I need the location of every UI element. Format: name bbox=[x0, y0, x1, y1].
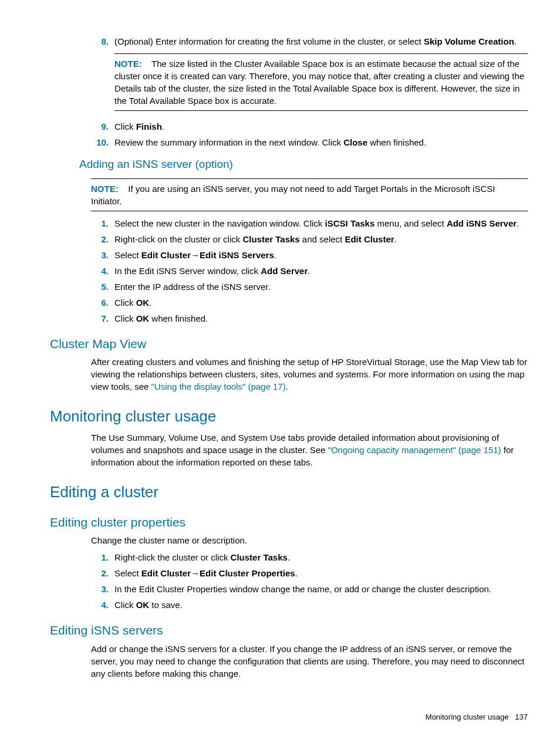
step-8: 8. (Optional) Enter information for crea… bbox=[91, 35, 528, 117]
heading-editing-a-cluster: Editing a cluster bbox=[50, 481, 528, 502]
step-10: 10. Review the summary information in th… bbox=[91, 136, 528, 148]
step-number: 5. bbox=[91, 281, 114, 293]
step-body: Right-click on the cluster or click Clus… bbox=[114, 233, 528, 245]
paragraph: Add or change the iSNS servers for a clu… bbox=[91, 643, 528, 680]
text: and select bbox=[300, 234, 345, 244]
text: Click bbox=[114, 121, 136, 131]
text: . bbox=[274, 250, 276, 260]
text: Select bbox=[114, 568, 141, 578]
heading-monitoring-cluster-usage: Monitoring cluster usage bbox=[50, 406, 528, 427]
note-text bbox=[144, 59, 151, 69]
step-body: Click OK. bbox=[114, 296, 528, 309]
bold-text: Edit Cluster bbox=[141, 250, 191, 260]
step-body: Click Finish. bbox=[114, 120, 528, 133]
props-step-1: 1. Right-click the cluster or click Clus… bbox=[91, 551, 528, 563]
arrow: → bbox=[191, 568, 200, 578]
text: Click bbox=[114, 600, 136, 610]
bold-text: Add iSNS Server bbox=[447, 218, 517, 228]
text: . bbox=[286, 382, 288, 391]
bold-text: Edit Cluster Properties bbox=[200, 568, 295, 578]
bold-text: Cluster Tasks bbox=[242, 234, 299, 244]
bold-text: Cluster Tasks bbox=[231, 552, 288, 562]
text: Click bbox=[114, 298, 136, 308]
bold-text: Finish bbox=[136, 121, 162, 131]
paragraph: After creating clusters and volumes and … bbox=[91, 356, 528, 393]
text: Click bbox=[114, 313, 136, 323]
text: . bbox=[514, 36, 517, 46]
step-body: Click OK to save. bbox=[114, 599, 528, 611]
heading-cluster-map-view: Cluster Map View bbox=[50, 335, 528, 352]
text: . bbox=[517, 218, 519, 228]
props-step-4: 4. Click OK to save. bbox=[91, 599, 528, 611]
step-number: 6. bbox=[91, 296, 114, 309]
step-body: Enter the IP address of the iSNS server. bbox=[114, 281, 528, 293]
text: . bbox=[394, 234, 397, 244]
step-number: 3. bbox=[91, 249, 114, 261]
text: . bbox=[295, 568, 298, 578]
text: Right-click on the cluster or click bbox=[114, 234, 242, 244]
text: Select bbox=[114, 250, 141, 260]
step-body: (Optional) Enter information for creatin… bbox=[114, 35, 528, 117]
step-number: 8. bbox=[91, 35, 114, 117]
step-number: 2. bbox=[91, 233, 114, 245]
isns-step-3: 3. Select Edit Cluster→Edit iSNS Servers… bbox=[91, 249, 528, 261]
step-body: Click OK when finished. bbox=[114, 312, 528, 325]
text: (Optional) Enter information for creatin… bbox=[114, 36, 424, 46]
step-body: Select Edit Cluster→Edit Cluster Propert… bbox=[114, 567, 528, 579]
bold-text: iSCSI Tasks bbox=[325, 218, 375, 228]
note-label: NOTE: bbox=[114, 59, 142, 69]
bold-text: OK bbox=[136, 600, 150, 610]
heading-editing-cluster-properties: Editing cluster properties bbox=[50, 514, 528, 531]
link-ongoing-capacity[interactable]: "Ongoing capacity management" (page 151) bbox=[328, 445, 501, 455]
bold-text: Edit Cluster bbox=[141, 568, 191, 578]
bold-text: Add Server bbox=[261, 266, 308, 276]
step-number: 2. bbox=[91, 567, 114, 579]
isns-step-1: 1. Select the new cluster in the navigat… bbox=[91, 217, 528, 229]
text: menu, and select bbox=[375, 218, 447, 228]
step-9: 9. Click Finish. bbox=[91, 120, 528, 133]
step-number: 9. bbox=[91, 120, 114, 133]
spacer bbox=[121, 184, 129, 194]
bold-text: OK bbox=[136, 298, 150, 308]
isns-step-2: 2. Right-click on the cluster or click C… bbox=[91, 233, 528, 245]
isns-step-4: 4. In the Edit iSNS Server window, click… bbox=[91, 265, 528, 277]
step-body: Select Edit Cluster→Edit iSNS Servers. bbox=[114, 249, 528, 261]
note-box: NOTE: The size listed in the Cluster Ava… bbox=[114, 53, 528, 111]
text: In the Edit iSNS Server window, click bbox=[114, 266, 261, 276]
bold-text: Edit Cluster bbox=[345, 234, 394, 244]
note-text: If you are using an iSNS server, you may… bbox=[91, 184, 495, 206]
step-body: In the Edit Cluster Properties window ch… bbox=[114, 583, 528, 595]
step-number: 1. bbox=[91, 551, 114, 563]
text: . bbox=[288, 552, 290, 562]
step-number: 4. bbox=[91, 599, 114, 611]
arrow: → bbox=[191, 250, 200, 260]
text: . bbox=[308, 266, 310, 276]
isns-step-5: 5. Enter the IP address of the iSNS serv… bbox=[91, 281, 528, 293]
text: when finished. bbox=[149, 313, 208, 323]
heading-editing-isns-servers: Editing iSNS servers bbox=[50, 622, 528, 639]
text: Review the summary information in the ne… bbox=[114, 137, 343, 147]
step-body: Review the summary information in the ne… bbox=[114, 136, 528, 148]
text: . bbox=[149, 298, 151, 308]
note-text: The size listed in the Cluster Available… bbox=[114, 59, 524, 106]
step-number: 4. bbox=[91, 265, 114, 277]
text: Right-click the cluster or click bbox=[114, 552, 231, 562]
bold-text: Skip Volume Creation bbox=[424, 36, 514, 46]
step-body: Select the new cluster in the navigation… bbox=[114, 217, 528, 229]
props-step-3: 3. In the Edit Cluster Properties window… bbox=[91, 583, 528, 595]
text: . bbox=[162, 121, 164, 131]
text: when finished. bbox=[367, 137, 426, 147]
step-body: Right-click the cluster or click Cluster… bbox=[114, 551, 528, 563]
isns-step-7: 7. Click OK when finished. bbox=[91, 312, 528, 325]
heading-adding-isns: Adding an iSNS server (option) bbox=[79, 157, 528, 173]
step-number: 3. bbox=[91, 583, 114, 595]
text: Select the new cluster in the navigation… bbox=[114, 218, 325, 228]
note-box: NOTE: If you are using an iSNS server, y… bbox=[91, 178, 528, 211]
bold-text: OK bbox=[136, 313, 150, 323]
step-body: In the Edit iSNS Server window, click Ad… bbox=[114, 265, 528, 277]
step-number: 1. bbox=[91, 217, 114, 229]
link-display-tools[interactable]: "Using the display tools" (page 17) bbox=[151, 382, 286, 391]
note-label: NOTE: bbox=[91, 184, 119, 194]
paragraph: The Use Summary, Volume Use, and System … bbox=[91, 431, 528, 468]
step-number: 10. bbox=[91, 136, 114, 148]
